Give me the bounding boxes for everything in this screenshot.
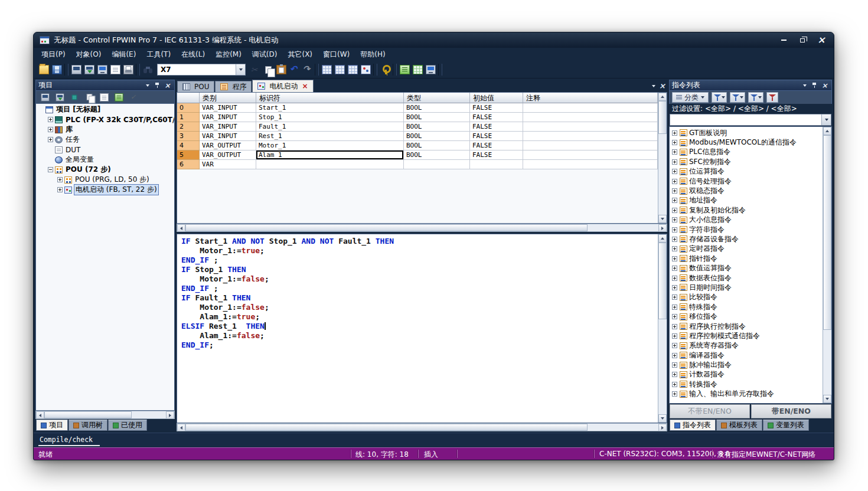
cell-identifier[interactable] (256, 160, 404, 169)
print-preview-icon[interactable] (109, 63, 122, 76)
compile-check-icon[interactable] (424, 63, 437, 76)
cell-class[interactable]: VAR_OUTPUT (200, 141, 256, 150)
cell-initial-value[interactable]: FALSE (470, 150, 523, 160)
tab-list-dropdown-icon[interactable] (652, 85, 655, 87)
upload-from-plc-icon[interactable] (83, 63, 96, 76)
expand-plus-icon[interactable] (672, 305, 677, 310)
filter-group-3-icon[interactable] (748, 92, 763, 103)
scroll-down-icon[interactable] (658, 414, 667, 423)
cell-type[interactable]: BOOL (404, 103, 470, 113)
menu-object[interactable]: 对象(O) (71, 48, 107, 61)
insert-pou-icon[interactable] (398, 63, 411, 76)
expand-plus-icon[interactable] (672, 391, 677, 397)
expand-plus-icon[interactable] (672, 343, 677, 348)
network-tool-3-icon[interactable] (346, 63, 359, 76)
open-project-icon[interactable] (37, 63, 50, 76)
menu-online[interactable]: 在线(L) (176, 48, 210, 61)
scroll-right-icon[interactable] (658, 224, 667, 232)
expand-plus-icon[interactable] (672, 276, 677, 281)
cell-identifier[interactable]: Stop_1 (256, 113, 404, 122)
instruction-group-25[interactable]: 计数器指令 (670, 370, 823, 379)
cell-initial-value[interactable]: FALSE (470, 122, 523, 132)
menu-edit[interactable]: 编辑(E) (106, 48, 141, 61)
paste-icon[interactable] (275, 63, 288, 76)
tab-template-list[interactable]: 模板列表 (716, 420, 762, 431)
editor-hscrollbar[interactable] (177, 423, 667, 431)
cell-comment[interactable] (523, 103, 658, 113)
cell-type[interactable]: BOOL (404, 113, 470, 122)
tab-used[interactable]: 已使用 (108, 420, 147, 431)
expand-plus-icon[interactable] (672, 198, 677, 203)
row-header-3[interactable]: 3 (177, 132, 200, 141)
tab-motor-start[interactable]: 电机启动 (252, 80, 313, 92)
cell-type[interactable]: BOOL (404, 132, 470, 141)
code-line-8[interactable]: Motor_1:=false; (181, 303, 658, 312)
instruction-group-22[interactable]: 系统寄存器指令 (670, 341, 823, 351)
redo-icon[interactable] (301, 63, 314, 76)
instruction-group-14[interactable]: 数值运算指令 (670, 263, 823, 273)
cell-initial-value[interactable]: FALSE (470, 141, 523, 150)
column-header-3[interactable]: 初始值 (470, 93, 523, 103)
instruction-search-combo[interactable] (670, 114, 831, 126)
scroll-right-icon[interactable] (166, 411, 174, 419)
cell-initial-value[interactable] (470, 160, 523, 169)
instruction-vscrollbar[interactable] (823, 127, 831, 403)
expand-plus-icon[interactable] (672, 382, 677, 387)
expand-plus-icon[interactable] (672, 324, 677, 329)
editor-vscrollbar[interactable] (658, 234, 667, 423)
tab-project[interactable]: 项目 (36, 420, 68, 431)
cell-comment[interactable] (523, 122, 658, 132)
navigate-icon[interactable] (53, 91, 66, 104)
instruction-group-15[interactable]: 数据表位指令 (670, 273, 823, 283)
instruction-group-8[interactable]: 复制及初始化指令 (670, 205, 823, 215)
code-line-4[interactable]: IF Stop_1 THEN (181, 265, 658, 274)
cell-type[interactable]: BOOL (404, 122, 470, 132)
instruction-group-26[interactable]: 转换指令 (670, 379, 823, 389)
panel-menu-button[interactable] (800, 81, 809, 89)
row-header-0[interactable]: 0 (177, 103, 200, 113)
panel-close-button[interactable] (820, 81, 829, 89)
expand-plus-icon[interactable] (672, 208, 677, 213)
expand-plus-icon[interactable] (672, 372, 677, 377)
row-header-5[interactable]: 5 (177, 150, 200, 160)
compare-pous-icon[interactable] (38, 91, 51, 104)
menu-monitor[interactable]: 监控(M) (210, 48, 247, 61)
filter-group-2-icon[interactable] (730, 92, 745, 103)
expand-plus-icon[interactable] (672, 333, 677, 339)
code-line-3[interactable]: END_IF ; (181, 256, 658, 265)
instruction-group-11[interactable]: 存储器设备指令 (670, 234, 823, 244)
cell-initial-value[interactable]: FALSE (470, 132, 523, 141)
code-line-9[interactable]: Alam_1:=true; (181, 312, 658, 322)
code-line-6[interactable]: END_IF ; (181, 284, 658, 293)
panel-close-button[interactable] (163, 81, 172, 89)
instruction-group-27[interactable]: 输入、输出和单元存取指令 (670, 389, 823, 399)
instruction-group-3[interactable]: SFC控制指令 (670, 157, 823, 166)
instruction-group-9[interactable]: 大小信息指令 (670, 215, 823, 225)
instruction-group-4[interactable]: 位运算指令 (670, 167, 823, 176)
combo-dropdown-button[interactable] (821, 114, 831, 125)
close-tab-icon[interactable] (302, 82, 308, 90)
save-project-icon[interactable] (50, 63, 63, 76)
scroll-track[interactable] (823, 135, 831, 395)
scroll-right-icon[interactable] (658, 424, 667, 431)
instruction-group-23[interactable]: 编译器指令 (670, 351, 823, 360)
scroll-thumb[interactable] (658, 101, 667, 134)
title-bar[interactable]: 无标题 - Control FPWIN Pro 7 - IEC 61131-3 … (34, 32, 834, 48)
instruction-group-24[interactable]: 脉冲输出指令 (670, 360, 823, 369)
table-hscrollbar[interactable] (177, 224, 667, 232)
code-line-7[interactable]: IF Fault_1 THEN (181, 293, 658, 303)
instruction-group-16[interactable]: 日期时间指令 (670, 283, 823, 292)
cell-class[interactable]: VAR (200, 160, 256, 169)
device-combo-dropdown-icon[interactable] (236, 64, 245, 75)
instruction-group-7[interactable]: 地址指令 (670, 196, 823, 205)
expand-plus-icon[interactable] (672, 140, 677, 145)
instruction-group-17[interactable]: 比较指令 (670, 293, 823, 302)
row-header-2[interactable]: 2 (177, 122, 200, 132)
code-line-10[interactable]: ELSIF Rest_1 THEN (181, 322, 658, 331)
cell-type[interactable] (404, 160, 470, 169)
instruction-group-10[interactable]: 字符串指令 (670, 225, 823, 234)
expand-plus-icon[interactable] (672, 179, 677, 184)
scroll-track[interactable] (658, 243, 667, 414)
menu-tools[interactable]: 工具(T) (141, 48, 176, 61)
expand-plus-icon[interactable] (672, 188, 677, 194)
